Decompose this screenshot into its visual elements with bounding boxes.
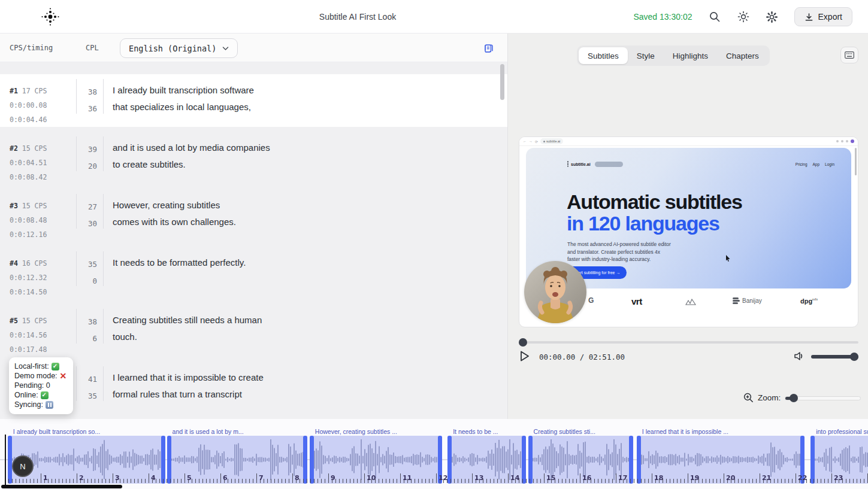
- timeline-segment[interactable]: I learned that it is impossible ...: [637, 436, 805, 484]
- cross-icon: ✕: [60, 372, 67, 380]
- subtitle-row-2[interactable]: #2 15 CPS 0:0:04.510:0:08.42 3920 and it…: [0, 132, 507, 184]
- page-title: Subtitle AI First Look: [271, 12, 444, 22]
- app-logo-icon: [40, 6, 61, 28]
- subtitle-text[interactable]: and it is used a lot by media companiest…: [113, 139, 270, 173]
- subtitle-list-scrollbar[interactable]: [500, 64, 504, 100]
- timeline-segment[interactable]: However, creating subtitles ...: [310, 436, 442, 484]
- volume-thumb[interactable]: [850, 353, 858, 361]
- subtitle-row-6[interactable]: 4135 I learned that it is impossible to …: [0, 362, 507, 414]
- keyboard-shortcuts-button[interactable]: [840, 47, 858, 63]
- subtitle-cpl: 3836: [78, 84, 97, 117]
- segment-handle-right[interactable]: [161, 436, 165, 484]
- timeline-segment[interactable]: into professional su: [810, 436, 868, 484]
- topbar: Subtitle AI First Look Saved 13:30:02: [0, 0, 868, 34]
- keyboard-icon: [845, 51, 854, 59]
- waveform-timeline[interactable]: I already built transcription so...and i…: [0, 419, 868, 489]
- zoom-label: Zoom:: [758, 393, 781, 402]
- tab-chapters[interactable]: Chapters: [717, 47, 768, 64]
- check-icon: [52, 363, 59, 370]
- sync-status-overlay: Local-first: Demo mode:✕ Pending: 0 Onli…: [9, 357, 73, 414]
- segment-handle-left[interactable]: [528, 436, 533, 484]
- hero-headline: Automatic subtitles in 120 languages: [567, 191, 742, 234]
- segment-label: However, creating subtitles ...: [315, 428, 397, 435]
- gear-icon: [766, 11, 778, 23]
- zoom-in-icon: [743, 393, 754, 403]
- browser-download-icon: [846, 140, 848, 142]
- timeline-segment[interactable]: and it is used a lot by m...: [167, 436, 308, 484]
- editor-header: CPS/timing CPL English (Original): [0, 34, 507, 62]
- collaborator-cursor-avatar: N: [12, 455, 34, 477]
- subtitle-meta: #3 15 CPS 0:0:08.480:0:12.16: [10, 199, 47, 242]
- segment-handle-left[interactable]: [8, 436, 12, 484]
- search-button[interactable]: [704, 7, 725, 26]
- subtitle-cpl: 386: [78, 314, 97, 347]
- theme-toggle-button[interactable]: [733, 7, 754, 26]
- subtitle-text[interactable]: I learned that it is impossible to creat…: [113, 369, 264, 403]
- subtitle-row-3[interactable]: #3 15 CPS 0:0:08.480:0:12.16 2730 Howeve…: [0, 189, 507, 242]
- segment-handle-left[interactable]: [810, 436, 815, 484]
- browser-reload-icon: ⟳: [535, 139, 538, 144]
- site-badge: [595, 162, 623, 167]
- volume-icon[interactable]: [794, 351, 805, 361]
- browser-extension-icon: [841, 140, 843, 142]
- segment-handle-left[interactable]: [167, 436, 171, 484]
- hero-paragraph: The most advanced AI-powered subtitle ed…: [567, 241, 671, 263]
- segment-handle-left[interactable]: [310, 436, 314, 484]
- browser-profile-avatar: [851, 139, 854, 143]
- check-icon: [41, 391, 49, 399]
- subtitle-cpl: 3920: [78, 141, 97, 175]
- volume-slider[interactable]: [811, 353, 858, 360]
- tab-highlights[interactable]: Highlights: [664, 47, 717, 64]
- scroll-icon: [483, 43, 494, 54]
- segment-handle-right[interactable]: [800, 436, 805, 484]
- subtitle-row-4[interactable]: #4 16 CPS 0:0:12.320:0:14.50 350 It need…: [0, 247, 507, 299]
- transcript-scroll-button[interactable]: [479, 41, 497, 56]
- segment-handle-right[interactable]: [522, 436, 526, 484]
- timeline-segment[interactable]: It needs to be ...: [447, 436, 526, 484]
- subtitle-text[interactable]: It needs to be formatted perfectly.: [113, 254, 246, 271]
- subtitle-row-5[interactable]: #5 15 CPS 0:0:14.560:0:17.48 386 Creatin…: [0, 304, 507, 357]
- subtitle-meta: #5 15 CPS 0:0:14.560:0:17.48: [10, 314, 47, 357]
- right-panel: Subtitles Style Highlights Chapters ← → …: [507, 34, 868, 419]
- segment-label: Creating subtitles sti...: [534, 428, 595, 435]
- browser-tab: subtitle.ai: [540, 138, 563, 144]
- browser-back-icon: ←: [523, 139, 527, 143]
- language-dropdown[interactable]: English (Original): [120, 38, 238, 58]
- play-button[interactable]: [518, 351, 531, 363]
- logo-dpg: dpgıılı: [800, 297, 818, 305]
- video-player[interactable]: ← → ⟳ subtitle.ai subtitle.ai PricingApp…: [519, 136, 858, 327]
- timeline-scrollbar[interactable]: [1, 485, 122, 488]
- zoom-thumb[interactable]: [790, 394, 798, 402]
- site-logo-icon: [567, 161, 569, 167]
- subtitle-cpl: 350: [78, 256, 97, 290]
- logo-vrt: vrt: [631, 296, 642, 306]
- subtitle-text[interactable]: I already built transcription softwareth…: [113, 82, 254, 116]
- zoom-slider[interactable]: [785, 394, 861, 402]
- tab-subtitles[interactable]: Subtitles: [579, 47, 628, 64]
- settings-button[interactable]: [762, 7, 782, 26]
- timeline-segment[interactable]: Creating subtitles sti...: [528, 436, 633, 484]
- subtitle-cpl: 2730: [78, 199, 97, 232]
- saved-status: Saved 13:30:02: [633, 12, 692, 22]
- site-nav: PricingAppLogin: [796, 162, 834, 166]
- subtitle-text[interactable]: However, creating subtitlescomes with it…: [113, 197, 236, 230]
- favicon: [543, 141, 545, 142]
- seek-thumb[interactable]: [519, 338, 527, 347]
- export-button[interactable]: Export: [794, 7, 852, 26]
- segment-handle-right[interactable]: [303, 436, 307, 484]
- segment-label: It needs to be ...: [453, 428, 498, 435]
- segment-label: I learned that it is impossible ...: [642, 428, 728, 435]
- logo-emblem-icon: [685, 299, 696, 305]
- cpl-column-header: CPL: [86, 44, 99, 52]
- logo-g: G: [588, 296, 594, 305]
- playhead[interactable]: [5, 435, 6, 485]
- segment-handle-left[interactable]: [637, 436, 641, 484]
- subtitle-row-1[interactable]: #1 17 CPS 0:0:00.080:0:04.46 3836 I alre…: [0, 74, 507, 127]
- segment-handle-right[interactable]: [438, 436, 442, 484]
- subtitle-text[interactable]: Creating subtitles still needs a humanto…: [113, 312, 262, 345]
- segment-handle-left[interactable]: [447, 436, 452, 484]
- segment-handle-right[interactable]: [629, 436, 633, 484]
- tab-style[interactable]: Style: [628, 47, 664, 64]
- mouse-cursor-icon: [725, 255, 731, 262]
- seek-bar[interactable]: [519, 338, 858, 347]
